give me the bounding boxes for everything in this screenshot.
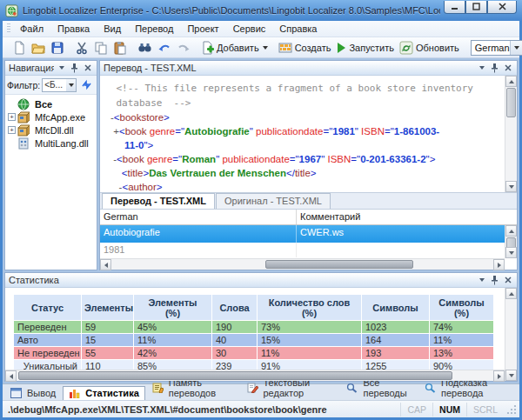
triangle-down-icon [509,185,514,189]
grid-rows: AutobiografieCWER.ws1981 [100,225,517,257]
menu-item-Сервис[interactable]: Сервис [226,22,273,36]
tree-expander[interactable]: + [8,113,16,121]
paste-icon [113,41,127,55]
grid-cell[interactable] [297,243,517,257]
panel-close-button[interactable] [502,275,513,286]
panel-pin-button[interactable] [489,63,500,74]
tool-tab-Вывод[interactable]: Вывод [4,386,62,400]
tree-item-MfcApp.exe[interactable]: +MfcApp.exe [5,110,97,123]
grid-vertical-scrollbar[interactable] [505,225,517,258]
resize-grip[interactable] [505,403,518,416]
cut-button[interactable] [72,39,91,57]
scroll-left-button[interactable] [5,370,17,382]
statistics-value-cell: 110 [82,360,134,370]
add-button[interactable]: Добавить [198,39,271,57]
statistics-vertical-scrollbar[interactable] [505,288,517,381]
close-button[interactable] [487,1,517,14]
menu-item-Справка[interactable]: Справка [272,22,324,36]
open-button[interactable] [29,39,48,57]
grid-column-comment[interactable]: Комментарий [297,210,517,224]
translation-panel-title: Перевод - TEST.XML [104,63,474,73]
scrollbar-thumb[interactable] [265,260,413,269]
minimize-button[interactable] [444,1,465,14]
statistics-row-Переведен: Переведен5945%19073%102374% [14,321,494,334]
tool-tab-Статистика[interactable]: Статистика [63,386,145,400]
xml-vertical-scrollbar[interactable] [505,76,517,192]
table-row[interactable]: 1981 [100,243,517,257]
tree-item-MfcDll.dll[interactable]: +MfcDll.dll [5,123,97,137]
menu-item-Проект[interactable]: Проект [180,22,225,36]
refresh-button[interactable]: Обновить [397,39,462,57]
play-icon [336,42,346,54]
grid-cell[interactable]: CWER.ws [297,225,517,243]
triangle-up-icon [509,230,514,233]
filter-refresh-button[interactable] [78,77,94,93]
grid-cell[interactable]: Autobiografie [100,225,297,243]
editor-tab-Оригинал - TEST.XML[interactable]: Оригинал - TEST.XML [216,193,331,209]
scrollbar-thumb[interactable] [506,88,516,117]
xml-view: <!-- This file represents a fragment of … [100,76,517,192]
scroll-up-button[interactable] [505,225,517,237]
language-combobox[interactable]: German [471,40,522,56]
panel-pin-button[interactable] [489,275,500,286]
statistics-value-cell: 90% [430,360,494,370]
copy-button[interactable] [91,39,110,57]
paste-button[interactable] [110,39,130,57]
new-button[interactable] [10,39,29,57]
filter-combobox[interactable]: <Б... [42,78,77,92]
scroll-down-button[interactable] [505,370,517,381]
globe-icon [17,98,32,110]
statistics-value-cell: 164 [362,334,430,347]
undo-button[interactable] [155,39,174,57]
statistics-row-Уникальный: Уникальный11085%23991%125590% [14,360,494,370]
open-folder-icon [31,41,45,55]
tree-expander[interactable]: + [8,126,16,134]
xml-expander[interactable]: + [113,126,119,137]
run-button[interactable]: Запустить [333,40,397,56]
grid-column-german[interactable]: German [100,210,297,224]
scroll-left-button[interactable] [100,259,111,270]
language-dropdown-button[interactable] [510,41,522,55]
statistics-panel: Статистика СтатусЭлементыЭлементы (%)Сло… [4,272,518,382]
dll-icon [17,137,32,150]
maximize-button[interactable] [465,1,487,14]
scroll-right-button[interactable] [493,259,505,270]
editor-tab-Перевод - TEST.XML[interactable]: Перевод - TEST.XML [102,193,215,209]
statistics-horizontal-scrollbar[interactable] [5,370,505,381]
menu-item-Вид[interactable]: Вид [97,22,128,36]
scrollbar-thumb[interactable] [18,371,452,380]
panel-menu-button[interactable] [56,63,67,74]
statistics-column-header: Слова [212,295,258,321]
scroll-up-button[interactable] [505,288,517,299]
panel-close-button[interactable] [82,63,93,74]
panel-menu-button[interactable] [476,63,487,74]
redo-button[interactable] [174,39,193,57]
statistics-value-cell: 13% [430,347,494,360]
tree-item-MultiLang.dll[interactable]: MultiLang.dll [5,137,97,150]
save-button[interactable] [48,39,67,57]
menu-item-Правка[interactable]: Правка [50,22,97,36]
panel-pin-button[interactable] [69,63,80,74]
triangle-left-icon [104,263,108,268]
xml-code[interactable]: <!-- This file represents a fragment of … [100,76,505,192]
grid-horizontal-scrollbar[interactable] [100,258,505,270]
panel-menu-button[interactable] [476,275,487,286]
panel-close-button[interactable] [502,63,513,74]
scroll-right-button[interactable] [493,370,505,382]
status-indicators: CAPNUMSCRL [400,403,504,417]
find-button[interactable] [135,39,155,57]
menu-item-Перевод[interactable]: Перевод [128,22,180,36]
create-button[interactable]: Создать [276,39,334,57]
add-file-icon [201,41,214,55]
chevron-down-icon [479,278,485,282]
grid-cell[interactable]: 1981 [100,243,297,257]
tree-item-Все[interactable]: Все [5,97,97,110]
triangle-down-icon [509,374,514,377]
chevron-down-icon [69,83,74,87]
scroll-up-button[interactable] [505,76,517,87]
menu-item-Файл[interactable]: Файл [13,22,50,36]
table-row[interactable]: AutobiografieCWER.ws [100,225,517,243]
filter-dropdown-button[interactable] [66,79,76,91]
scroll-down-button[interactable] [505,181,517,192]
scroll-down-button[interactable] [505,247,517,258]
